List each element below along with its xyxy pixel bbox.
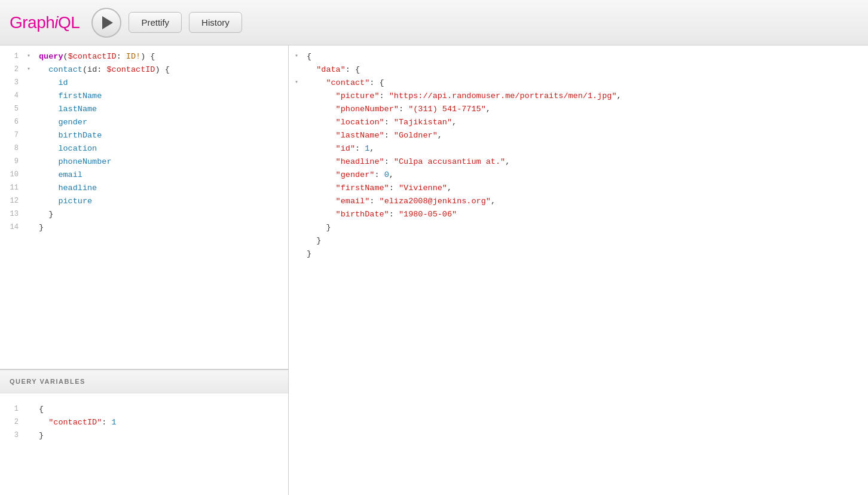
fold-arrow: [27, 195, 39, 196]
fold-arrow: [295, 63, 307, 65]
query-line: 2▾ contact(id: $contactID) {: [0, 63, 288, 77]
main-layout: 1▾query($contactID: ID!) {2▾ contact(id:…: [0, 45, 868, 495]
query-line: 4 firstName: [0, 90, 288, 103]
fold-arrow: [295, 182, 307, 183]
fold-arrow: [27, 142, 39, 143]
header: GraphiQL Prettify History: [0, 0, 868, 45]
query-line: 9 phoneNumber: [0, 155, 288, 169]
fold-arrow: [295, 221, 307, 222]
line-number: 11: [0, 182, 27, 194]
line-content: email: [39, 169, 288, 182]
run-button[interactable]: [91, 8, 121, 38]
vars-line: 1{: [0, 403, 288, 416]
line-number: 10: [0, 169, 27, 181]
line-number: 9: [0, 155, 27, 167]
result-panel[interactable]: ▾{ "data": {▾ "contact": { "picture": "h…: [289, 45, 868, 495]
query-line: 5 lastName: [0, 103, 288, 116]
result-line: ▾ "contact": {: [289, 77, 868, 90]
line-content: "picture": "https://api.randomuser.me/po…: [307, 90, 868, 103]
result-line: "id": 1,: [289, 142, 868, 155]
line-content: }: [307, 248, 868, 261]
line-number: 7: [0, 129, 27, 141]
fold-arrow: [295, 208, 307, 209]
line-number: 2: [0, 63, 27, 75]
line-content: phoneNumber: [39, 155, 288, 169]
line-content: }: [307, 221, 868, 234]
line-number: 13: [0, 208, 27, 220]
line-content: gender: [39, 116, 288, 129]
fold-arrow: [295, 169, 307, 170]
line-content: headline: [39, 182, 288, 195]
query-line: 3 id: [0, 77, 288, 90]
query-line: 1▾query($contactID: ID!) {: [0, 50, 288, 63]
fold-arrow: [27, 90, 39, 91]
result-line: "firstName": "Vivienne",: [289, 182, 868, 195]
prettify-button[interactable]: Prettify: [129, 12, 182, 33]
fold-arrow: [27, 116, 39, 117]
line-content: "lastName": "Goldner",: [307, 129, 868, 142]
fold-arrow[interactable]: ▾: [27, 50, 39, 61]
line-content: }: [39, 208, 288, 221]
result-line: }: [289, 248, 868, 261]
fold-arrow: [295, 234, 307, 236]
line-content: "phoneNumber": "(311) 541-7715",: [307, 103, 868, 116]
app-logo: GraphiQL: [10, 13, 80, 32]
fold-arrow: [27, 416, 39, 417]
fold-arrow: [27, 403, 39, 404]
line-content: "contact": {: [307, 77, 868, 90]
fold-arrow: [295, 155, 307, 157]
line-number: 12: [0, 195, 27, 207]
fold-arrow: [295, 116, 307, 117]
variables-content[interactable]: 1{2 "contactID": 13}: [0, 393, 288, 495]
line-content: }: [307, 234, 868, 248]
variables-panel: QUERY VARIABLES 1{2 "contactID": 13}: [0, 369, 288, 495]
fold-arrow: [295, 103, 307, 104]
fold-arrow[interactable]: ▾: [27, 63, 39, 74]
line-number: 3: [0, 429, 27, 441]
line-content: {: [307, 50, 868, 63]
line-content: {: [39, 403, 288, 416]
fold-arrow: [27, 221, 39, 222]
query-editor[interactable]: 1▾query($contactID: ID!) {2▾ contact(id:…: [0, 45, 288, 369]
query-line: 10 email: [0, 169, 288, 182]
line-number: 6: [0, 116, 27, 128]
line-content: id: [39, 77, 288, 90]
query-code: 1▾query($contactID: ID!) {2▾ contact(id:…: [0, 45, 288, 239]
line-number: 8: [0, 142, 27, 154]
result-line: "birthDate": "1980-05-06": [289, 208, 868, 221]
play-icon: [102, 16, 113, 29]
result-line: ▾{: [289, 50, 868, 63]
query-line: 6 gender: [0, 116, 288, 129]
fold-arrow: [27, 103, 39, 104]
line-content: location: [39, 142, 288, 155]
fold-arrow: [27, 129, 39, 130]
line-content: contact(id: $contactID) {: [39, 63, 288, 77]
line-number: 4: [0, 90, 27, 102]
line-content: "email": "eliza2008@jenkins.org",: [307, 195, 868, 208]
line-content: "data": {: [307, 63, 868, 77]
fold-arrow[interactable]: ▾: [295, 77, 307, 87]
fold-arrow: [295, 248, 307, 249]
fold-arrow: [27, 169, 39, 170]
result-line: "location": "Tajikistan",: [289, 116, 868, 129]
vars-code: 1{2 "contactID": 13}: [0, 398, 288, 447]
history-button[interactable]: History: [189, 12, 242, 33]
line-number: 14: [0, 221, 27, 233]
line-number: 3: [0, 77, 27, 88]
line-content: birthDate: [39, 129, 288, 142]
line-content: "id": 1,: [307, 142, 868, 155]
query-line: 12 picture: [0, 195, 288, 208]
query-line: 11 headline: [0, 182, 288, 195]
vars-line: 3}: [0, 429, 288, 442]
line-content: lastName: [39, 103, 288, 116]
line-content: "birthDate": "1980-05-06": [307, 208, 868, 221]
result-line: }: [289, 221, 868, 234]
result-line: "headline": "Culpa accusantium at.",: [289, 155, 868, 169]
result-line: "gender": 0,: [289, 169, 868, 182]
fold-arrow[interactable]: ▾: [295, 50, 307, 61]
result-line: "picture": "https://api.randomuser.me/po…: [289, 90, 868, 103]
result-line: "lastName": "Goldner",: [289, 129, 868, 142]
line-content: "location": "Tajikistan",: [307, 116, 868, 129]
variables-header-label: QUERY VARIABLES: [10, 378, 85, 385]
query-line: 8 location: [0, 142, 288, 155]
